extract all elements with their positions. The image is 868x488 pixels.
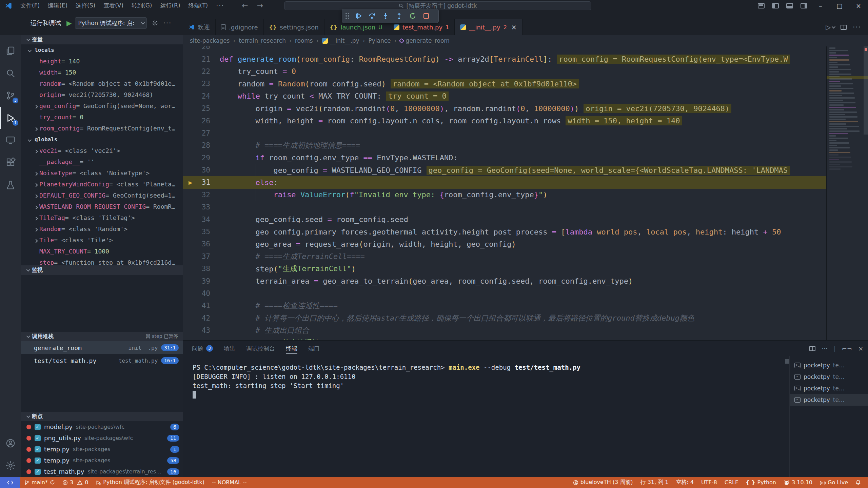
window-close-button[interactable]: × (849, 0, 868, 11)
breadcrumb-item-Pylance[interactable]: Pylance (368, 37, 391, 44)
code-line-30[interactable]: 30geo_config = WASTELAND_GEO_CONFIGgeo_c… (183, 164, 826, 176)
variable-row[interactable]: width = 150 (21, 67, 183, 78)
activity-testing[interactable] (0, 174, 21, 196)
customize-layout-icon[interactable] (758, 3, 765, 8)
code-line-21[interactable]: 21def generate_room(room_config: RoomReq… (183, 53, 826, 65)
variables-group-globals[interactable]: globals (21, 134, 183, 145)
watch-section-header[interactable]: 监视 (21, 265, 183, 275)
breakpoint-checkbox[interactable]: ✓ (35, 435, 41, 441)
run-python-file-button[interactable]: ▷ (826, 23, 834, 31)
menu-查看(V)[interactable]: 查看(V) (99, 2, 127, 9)
terminal-instance-pocketpy[interactable]: >_pocketpyte… (790, 371, 868, 383)
language-mode-item[interactable]: { } Python (742, 477, 780, 488)
menu-转到(G)[interactable]: 转到(G) (127, 2, 156, 9)
code-line-33[interactable]: 33 (183, 201, 826, 213)
debug-continue-button[interactable] (353, 11, 364, 21)
breakpoint-row[interactable]: ✓temp.pysite-packages1 (21, 444, 183, 455)
window-maximize-button[interactable]: □ (830, 0, 849, 11)
variable-row[interactable]: origin = vec2i(7205730, 9024468) (21, 89, 183, 100)
minimap[interactable] (826, 46, 868, 340)
debug-restart-button[interactable] (407, 11, 418, 21)
variable-row[interactable]: vec2i = <class 'vec2i'> (21, 145, 183, 156)
debug-config-status-item[interactable]: Python 调试程序: 启动文件 (godot-ldtk) (92, 477, 208, 488)
breakpoint-row[interactable]: ✓test_math.pysite-packages\terrain_res…1… (21, 466, 183, 477)
breakpoints-section-header[interactable]: 断点 (21, 412, 183, 421)
panel-maximize-icon[interactable]: ⌐¬ (842, 345, 852, 352)
variable-row[interactable]: DEFAULT_GEO_CONFIG = GeoConfig(seed=1… (21, 190, 183, 201)
activity-account[interactable] (0, 432, 21, 454)
code-line-24[interactable]: 24while try_count < MAX_TRY_COUNT:try_co… (183, 90, 826, 102)
breakpoint-checkbox[interactable]: ✓ (35, 469, 41, 475)
menu-终端(T)[interactable]: 终端(T) (184, 2, 212, 9)
variable-row[interactable]: step = <function step at 0x1bf9cd216d… (21, 257, 183, 265)
breadcrumb-item-terrain_research[interactable]: terrain_research (239, 37, 286, 44)
activity-settings-gear[interactable] (0, 454, 21, 477)
code-line-42[interactable]: 42# 计算每一个出口的中心，然后使用astar生成路径，确保每一个出口组合都可… (183, 312, 826, 324)
panel-tab-输出[interactable]: 输出 (224, 341, 235, 356)
problems-item[interactable]: 3 0 (59, 477, 92, 488)
code-line-22[interactable]: 22try_count = 0 (183, 65, 826, 78)
nav-back-icon[interactable]: ← (242, 1, 248, 10)
code-line-20[interactable]: 20 (183, 46, 826, 53)
menu-more-button[interactable]: ··· (212, 2, 228, 9)
debug-more-actions-button[interactable]: ··· (163, 19, 172, 27)
toggle-panel-icon[interactable] (786, 3, 793, 8)
tab-.gdignore[interactable]: .gdignore (216, 19, 264, 35)
terminal-instance-pocketpy[interactable]: >_pocketpyte… (790, 383, 868, 394)
activity-search[interactable] (0, 62, 21, 84)
variable-row[interactable]: room_config = RoomRequestConfig(env_t… (21, 123, 183, 134)
code-line-23[interactable]: 23random = Random(room_config.seed)rando… (183, 78, 826, 90)
toggle-sidebar-icon[interactable] (772, 3, 779, 8)
breadcrumb-item-__init__.py[interactable]: __init__.py (322, 37, 359, 44)
activity-remote-explorer[interactable] (0, 129, 21, 151)
python-version-item[interactable]: 3.10.10 (780, 477, 816, 488)
code-line-28[interactable]: 28# ====生成初始地理信息==== (183, 139, 826, 151)
panel-tab-调试控制台[interactable]: 调试控制台 (246, 341, 275, 356)
terminal-instance-pocketpy[interactable]: >_pocketpyte… (790, 360, 868, 371)
callstack-frame-generate_room[interactable]: generate_room__init__.py31:1 (21, 341, 183, 354)
menu-选择(S)[interactable]: 选择(S) (72, 2, 99, 9)
variable-row[interactable]: random = <Random object at 0x1bf9d01e… (21, 78, 183, 89)
callstack-frame-test/test_math.py[interactable]: test/test_math.pytest_math.py16:1 (21, 354, 183, 367)
menu-文件(F)[interactable]: 文件(F) (16, 2, 44, 9)
code-line-25[interactable]: 25origin = vec2i(random.randint(0, 10000… (183, 102, 826, 115)
terminal-instance-pocketpy[interactable]: >_pocketpyte… (790, 394, 868, 406)
panel-close-icon[interactable]: × (858, 345, 863, 352)
variables-section-header[interactable]: 变量 (21, 35, 183, 44)
code-line-27[interactable]: 27 (183, 127, 826, 139)
split-terminal-icon[interactable] (809, 346, 815, 351)
variable-row[interactable]: PlanetaryWindConfig = <class 'Planeta… (21, 179, 183, 190)
panel-tab-问题[interactable]: 问题3 (192, 341, 213, 356)
code-line-35[interactable]: 35geo_config.primary_forces.geothermal_a… (183, 226, 826, 238)
git-branch-item[interactable]: main* (20, 477, 59, 488)
toggle-secondary-sidebar-icon[interactable] (801, 3, 807, 8)
panel-more-actions-button[interactable]: ··· (822, 345, 827, 352)
indentation-item[interactable]: 空格: 4 (672, 477, 697, 488)
breakpoint-checkbox[interactable]: ✓ (35, 424, 41, 430)
encoding-item[interactable]: UTF-8 (697, 477, 721, 488)
breadcrumb-item-site-packages[interactable]: site-packages (190, 37, 230, 44)
tab-欢迎[interactable]: 欢迎 (183, 19, 216, 35)
activity-run-debug[interactable]: 1 (0, 107, 21, 129)
code-line-26[interactable]: 26width, height = room_config.layout.n_c… (183, 115, 826, 127)
code-line-32[interactable]: 32raise ValueError(f"Invalid env type: {… (183, 189, 826, 201)
code-editor[interactable]: 2021def generate_room(room_config: RoomR… (183, 46, 868, 340)
debug-step-over-button[interactable] (366, 11, 378, 21)
activity-source-control[interactable]: 3 (0, 84, 21, 107)
debug-config-select[interactable]: Python 调试程序: 启: (75, 17, 147, 29)
variables-group-locals[interactable]: locals (21, 44, 183, 56)
start-debug-button[interactable]: ▶ (66, 19, 72, 27)
cursor-position-item[interactable]: 行 31, 列 1 (637, 477, 672, 488)
variable-row[interactable]: try_count = 0 (21, 111, 183, 123)
code-line-29[interactable]: 29if room_config.env_type == EnvType.WAS… (183, 152, 826, 164)
breakpoint-checkbox[interactable]: ✓ (35, 458, 41, 464)
menu-编辑(E)[interactable]: 编辑(E) (44, 2, 72, 9)
variable-row[interactable]: NoiseType = <class 'NoiseType'> (21, 167, 183, 179)
code-line-31[interactable]: 31▶else: (183, 176, 826, 188)
split-editor-icon[interactable] (841, 25, 847, 30)
variable-row[interactable]: Tile = <class 'Tile'> (21, 235, 183, 246)
window-minimize-button[interactable]: – (811, 0, 830, 11)
debug-settings-gear-icon[interactable] (152, 20, 158, 26)
callstack-section-header[interactable]: 调用堆栈 因 step 已暂停 (21, 332, 183, 341)
code-line-40[interactable]: 40 (183, 287, 826, 300)
